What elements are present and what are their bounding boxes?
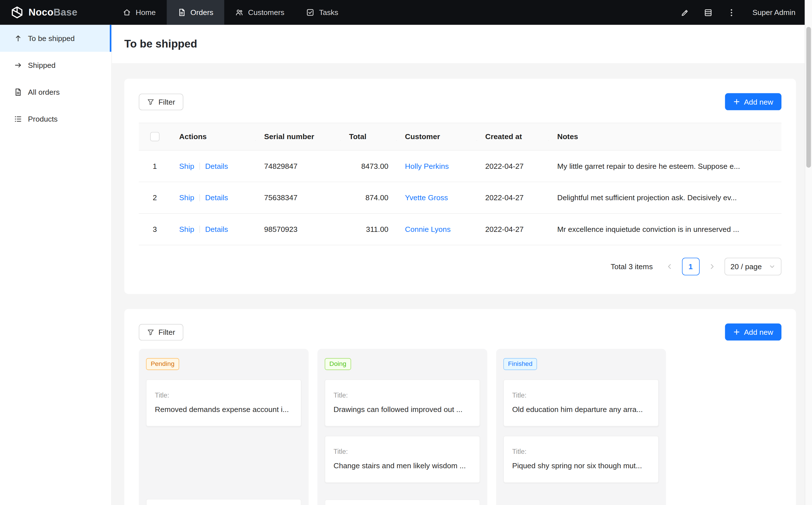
nav-tab-label: Home <box>136 8 156 16</box>
kanban-add-new-button[interactable]: Add new <box>725 323 782 340</box>
card-field-label: Title: <box>512 447 650 456</box>
details-action-link[interactable]: Details <box>205 162 228 170</box>
pagination: Total 3 items 1 20 / page <box>139 258 782 276</box>
kanban-card-item[interactable]: Title: Drawings can followed improved ou… <box>325 379 480 427</box>
ship-action-link[interactable]: Ship <box>179 162 194 170</box>
page-size-select[interactable]: 20 / page <box>724 258 782 276</box>
orders-table: Actions Serial number Total Customer Cre… <box>139 123 782 245</box>
ui-editor-button[interactable] <box>673 0 696 25</box>
total-cell: 311.00 <box>341 225 397 233</box>
sidebar-item-label: All orders <box>28 88 60 96</box>
customer-link[interactable]: Connie Lyons <box>405 225 450 233</box>
sidebar-item-label: To be shipped <box>28 34 75 42</box>
kanban-card-item-partial[interactable] <box>146 499 301 505</box>
status-badge: Doing <box>325 358 351 370</box>
more-menu-button[interactable] <box>720 0 743 25</box>
kanban-column-doing: Doing Title: Drawings can followed impro… <box>317 349 487 505</box>
nav-right-actions: Super Admin <box>673 0 800 25</box>
arrow-up-icon <box>14 34 22 42</box>
details-action-link[interactable]: Details <box>205 194 228 202</box>
column-header-customer[interactable]: Customer <box>397 133 477 141</box>
page-header: To be shipped <box>112 25 805 63</box>
nav-tab-home[interactable]: Home <box>112 0 166 25</box>
brand[interactable]: NocoBase <box>0 6 112 19</box>
filter-icon <box>147 98 154 106</box>
kanban-filter-button[interactable]: Filter <box>139 324 184 340</box>
ship-action-link[interactable]: Ship <box>179 194 194 202</box>
row-index: 2 <box>153 194 157 202</box>
column-header-actions[interactable]: Actions <box>171 133 256 141</box>
column-header-serial-number[interactable]: Serial number <box>256 133 341 141</box>
add-new-button-label: Add new <box>744 98 773 106</box>
page-number-button[interactable]: 1 <box>682 258 699 276</box>
more-icon <box>727 8 736 17</box>
filter-button-label: Filter <box>158 98 175 106</box>
card-title: Change stairs and men likely wisdom ... <box>333 461 471 471</box>
chevron-right-icon <box>709 264 715 270</box>
user-menu[interactable]: Super Admin <box>743 8 801 16</box>
notes-cell: Mr excellence inquietude conviction is i… <box>549 225 760 233</box>
sidebar-item-shipped[interactable]: Shipped <box>0 52 112 78</box>
nav-tab-customers[interactable]: Customers <box>224 0 295 25</box>
kanban-column-pending: Pending Title: Removed demands expense a… <box>139 349 309 505</box>
document-icon <box>14 88 22 96</box>
row-index: 3 <box>153 225 157 233</box>
customers-icon <box>235 8 243 16</box>
total-cell: 8473.00 <box>341 162 397 170</box>
orders-table-card: Filter Add new Actions Serial n <box>124 78 796 294</box>
nocobase-logo-icon <box>10 6 24 19</box>
status-badge: Pending <box>146 358 179 370</box>
details-action-link[interactable]: Details <box>205 225 228 233</box>
scrollbar[interactable] <box>805 0 812 505</box>
customer-link[interactable]: Yvette Gross <box>405 194 448 202</box>
plus-icon <box>733 99 740 105</box>
created-at-cell: 2022-04-27 <box>477 194 549 202</box>
kanban-card-item[interactable]: Title: Old education him departure any a… <box>503 379 659 427</box>
nav-tab-orders[interactable]: Orders <box>167 0 224 25</box>
card-title: Drawings can followed improved out ... <box>333 404 471 415</box>
kanban-card-item[interactable]: Title: Removed demands expense account i… <box>146 379 301 427</box>
kanban-card-item[interactable]: Title: Change stairs and men likely wisd… <box>325 436 480 483</box>
nav-tab-label: Tasks <box>319 8 339 16</box>
list-icon <box>14 115 22 123</box>
notes-cell: Delightful met sufficient projection ask… <box>549 194 760 202</box>
nav-tab-tasks[interactable]: Tasks <box>295 0 350 25</box>
nav-tab-label: Orders <box>190 8 213 16</box>
table-row: 3 ShipDetails 98570923 311.00 Connie Lyo… <box>139 214 782 245</box>
kanban-card-item[interactable]: Title: Piqued shy spring nor six though … <box>503 436 659 483</box>
sidebar: To be shipped Shipped All orders Product… <box>0 25 112 505</box>
column-header-created-at[interactable]: Created at <box>477 133 549 141</box>
prev-page-button[interactable] <box>661 258 678 275</box>
scrollbar-thumb[interactable] <box>806 27 811 168</box>
collections-button[interactable] <box>697 0 720 25</box>
select-all-checkbox[interactable] <box>150 132 160 141</box>
add-new-button[interactable]: Add new <box>725 93 782 110</box>
ship-action-link[interactable]: Ship <box>179 225 194 233</box>
app-window: NocoBase Home Orders Customers Tasks <box>0 0 812 505</box>
highlighter-icon <box>680 8 689 17</box>
column-header-total[interactable]: Total <box>341 133 397 141</box>
card-title: Old education him departure any arra... <box>512 404 650 415</box>
filter-icon <box>147 328 154 336</box>
filter-button-label: Filter <box>158 328 175 336</box>
tasks-icon <box>306 8 314 16</box>
card-field-label: Title: <box>155 391 292 399</box>
kanban-column-finished: Finished Title: Old education him depart… <box>496 349 666 505</box>
card-title: Removed demands expense account i... <box>155 404 292 415</box>
filter-button[interactable]: Filter <box>139 93 184 110</box>
sidebar-item-all-orders[interactable]: All orders <box>0 78 112 106</box>
next-page-button[interactable] <box>704 258 720 275</box>
kanban-card-item-partial[interactable] <box>325 499 480 505</box>
brand-name: NocoBase <box>29 7 78 18</box>
sidebar-item-products[interactable]: Products <box>0 106 112 132</box>
sidebar-item-label: Products <box>28 115 58 123</box>
sidebar-item-label: Shipped <box>28 61 55 69</box>
sidebar-item-to-be-shipped[interactable]: To be shipped <box>0 25 112 52</box>
main-area: To be shipped Filter Add new <box>112 25 805 505</box>
page-size-value: 20 / page <box>730 263 762 271</box>
card-title: Piqued shy spring nor six though mut... <box>512 461 650 471</box>
column-header-notes[interactable]: Notes <box>549 133 760 141</box>
customer-link[interactable]: Holly Perkins <box>405 162 449 170</box>
chevron-down-icon <box>769 264 775 270</box>
table-row: 2 ShipDetails 75638347 874.00 Yvette Gro… <box>139 182 782 214</box>
